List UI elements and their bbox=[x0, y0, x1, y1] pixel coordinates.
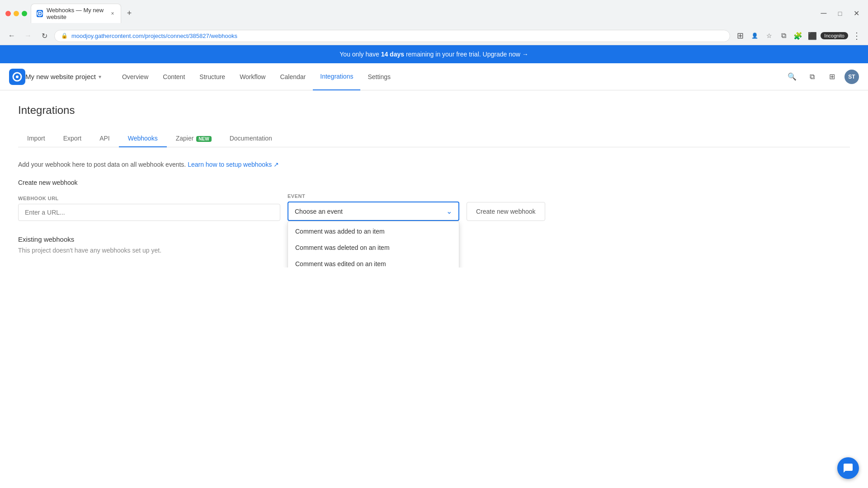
main-nav: Overview Content Structure Workflow Cale… bbox=[115, 63, 785, 90]
create-webhook-btn[interactable]: Create new webhook bbox=[467, 202, 545, 221]
browser-sidebar-btn[interactable]: ⬛ bbox=[806, 29, 819, 42]
zapier-new-badge: NEW bbox=[196, 136, 211, 142]
tab-title: Webhooks — My new website bbox=[47, 7, 106, 20]
address-bar[interactable]: 🔒 moodjoy.gathercontent.com/projects/con… bbox=[54, 30, 730, 42]
create-webhook-title: Create new webhook bbox=[18, 179, 850, 186]
window-close-os-btn[interactable]: ✕ bbox=[850, 7, 863, 20]
forward-btn[interactable]: → bbox=[22, 29, 34, 42]
browser-menu-btn[interactable]: ⋮ bbox=[850, 29, 863, 42]
webhook-form: WEBHOOK URL EVENT Choose an event ⌄ Comm… bbox=[18, 193, 850, 221]
browser-nav: ← → ↻ 🔒 moodjoy.gathercontent.com/projec… bbox=[0, 27, 868, 45]
back-btn[interactable]: ← bbox=[5, 29, 18, 42]
dropdown-item-2[interactable]: Comment was edited on an item bbox=[288, 256, 459, 267]
tab-zapier[interactable]: ZapierNEW bbox=[167, 130, 221, 147]
app-logo[interactable] bbox=[9, 69, 25, 85]
browser-nav-actions: ⊞ 👤 ☆ ⧉ 🧩 ⬛ Incognito ⋮ bbox=[734, 29, 863, 42]
webhook-learn-link[interactable]: Learn how to setup webhooks ↗ bbox=[188, 161, 279, 168]
event-dropdown-menu: Comment was added to an item Comment was… bbox=[288, 221, 459, 267]
browser-tabs: Webhooks — My new website × + bbox=[31, 4, 814, 23]
webhook-url-group: WEBHOOK URL bbox=[18, 196, 280, 221]
tab-export[interactable]: Export bbox=[54, 130, 90, 147]
user-avatar[interactable]: ST bbox=[844, 70, 859, 84]
integration-tabs: Import Export API Webhooks ZapierNEW Doc… bbox=[18, 130, 850, 147]
incognito-badge: Incognito bbox=[821, 32, 848, 39]
nav-item-workflow[interactable]: Workflow bbox=[232, 63, 273, 90]
banner-text-after: remaining in your free trial. Upgrade no… bbox=[404, 51, 528, 58]
app-header: My new website project ▾ Overview Conten… bbox=[0, 63, 868, 90]
dropdown-items-list: Comment was added to an item Comment was… bbox=[288, 221, 459, 267]
refresh-btn[interactable]: ↻ bbox=[38, 29, 51, 42]
window-maximize-btn[interactable] bbox=[22, 11, 27, 16]
lock-icon: 🔒 bbox=[61, 33, 68, 39]
webhook-event-group: EVENT Choose an event ⌄ Comment was adde… bbox=[288, 193, 459, 221]
tab-close-btn[interactable]: × bbox=[110, 10, 115, 17]
tab-import[interactable]: Import bbox=[18, 130, 54, 147]
tab-favicon bbox=[37, 10, 43, 17]
window-minimize-btn[interactable] bbox=[14, 11, 19, 16]
window-controls bbox=[5, 11, 27, 16]
header-right: 🔍 ⧉ ⊞ ST bbox=[785, 70, 859, 84]
url-text: moodjoy.gathercontent.com/projects/conne… bbox=[71, 33, 723, 39]
event-dropdown-container: Choose an event ⌄ Comment was added to a… bbox=[288, 202, 459, 221]
window-restore-os-btn[interactable]: □ bbox=[834, 7, 846, 20]
dropdown-item-1[interactable]: Comment was deleted on an item bbox=[288, 239, 459, 256]
nav-item-integrations[interactable]: Integrations bbox=[313, 63, 360, 90]
browser-tab-active[interactable]: Webhooks — My new website × bbox=[31, 4, 121, 23]
browser-extensions-btn[interactable]: ⊞ bbox=[734, 29, 746, 42]
webhook-description: Add your webhook here to post data on al… bbox=[18, 161, 850, 168]
nav-item-overview[interactable]: Overview bbox=[115, 63, 156, 90]
window-close-btn[interactable] bbox=[5, 11, 11, 16]
webhook-event-label: EVENT bbox=[288, 193, 459, 199]
browser-profile-btn[interactable]: 👤 bbox=[748, 29, 761, 42]
project-name-text: My new website project bbox=[25, 73, 96, 80]
browser-star-btn[interactable]: ☆ bbox=[763, 29, 775, 42]
chevron-down-icon: ⌄ bbox=[446, 207, 452, 216]
tab-documentation[interactable]: Documentation bbox=[221, 130, 281, 147]
banner-text-before: You only have bbox=[340, 51, 381, 58]
trial-banner: You only have 14 days remaining in your … bbox=[0, 45, 868, 63]
tab-webhooks[interactable]: Webhooks bbox=[119, 130, 167, 147]
browser-puzzle-btn[interactable]: 🧩 bbox=[792, 29, 804, 42]
tab-api[interactable]: API bbox=[90, 130, 119, 147]
browser-screenshot-btn[interactable]: ⧉ bbox=[777, 29, 790, 42]
project-name[interactable]: My new website project ▾ bbox=[25, 73, 101, 80]
project-dropdown-arrow: ▾ bbox=[99, 74, 101, 80]
search-btn[interactable]: 🔍 bbox=[785, 70, 799, 84]
webhook-url-label: WEBHOOK URL bbox=[18, 196, 280, 201]
nav-item-calendar[interactable]: Calendar bbox=[273, 63, 313, 90]
nav-item-structure[interactable]: Structure bbox=[192, 63, 232, 90]
new-tab-btn[interactable]: + bbox=[123, 7, 136, 20]
share-btn[interactable]: ⧉ bbox=[805, 70, 819, 84]
nav-item-content[interactable]: Content bbox=[156, 63, 192, 90]
nav-item-settings[interactable]: Settings bbox=[360, 63, 398, 90]
webhook-url-input[interactable] bbox=[18, 204, 280, 221]
event-dropdown-trigger[interactable]: Choose an event ⌄ bbox=[288, 202, 459, 221]
page-title: Integrations bbox=[18, 104, 850, 117]
window-minimize-os-btn[interactable]: ─ bbox=[817, 7, 830, 20]
page-content: Integrations Import Export API Webhooks … bbox=[0, 90, 868, 267]
browser-chrome: Webhooks — My new website × + ─ □ ✕ ← → … bbox=[0, 0, 868, 45]
event-dropdown-placeholder: Choose an event bbox=[295, 208, 343, 215]
banner-bold-text: 14 days bbox=[381, 51, 404, 58]
browser-titlebar: Webhooks — My new website × + ─ □ ✕ bbox=[0, 0, 868, 27]
browser-profile-icon: 👤 bbox=[751, 33, 758, 39]
apps-btn[interactable]: ⊞ bbox=[825, 70, 839, 84]
svg-point-3 bbox=[16, 75, 19, 78]
dropdown-item-0[interactable]: Comment was added to an item bbox=[288, 223, 459, 239]
